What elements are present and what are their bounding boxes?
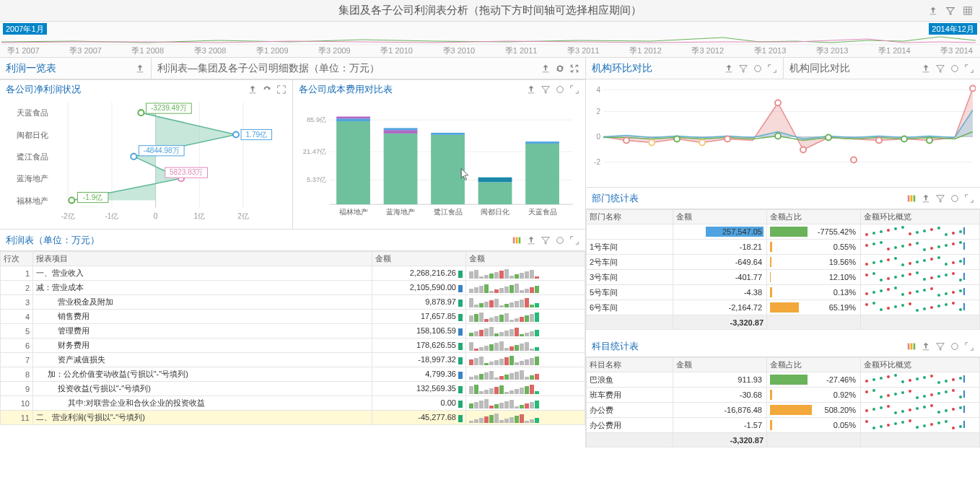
svg-point-131	[952, 261, 955, 264]
refresh-icon[interactable]	[262, 84, 272, 95]
table-row[interactable]: 5号车间-4.380.13%	[587, 285, 980, 300]
export-icon[interactable]	[921, 341, 931, 351]
table-row[interactable]: 2号车间-649.6419.56%	[587, 255, 980, 270]
refresh-icon[interactable]	[555, 84, 565, 95]
svg-point-154	[901, 293, 904, 296]
table-row[interactable]: 8加：公允价值变动收益(亏损以"-"号填列)4,799.36	[1, 367, 585, 382]
table-row[interactable]: 10其中:对联营企业和合伙企业的投资收益0.00	[1, 396, 585, 411]
timeline-slider[interactable]: 2007年1月 2014年12月 季1 2007季3 2007季1 2008季3…	[0, 22, 980, 58]
svg-point-95	[909, 232, 911, 235]
filter-icon[interactable]	[945, 6, 955, 16]
svg-rect-48	[478, 182, 512, 204]
export-icon[interactable]	[541, 64, 551, 74]
timeline-sparkline	[1, 35, 976, 45]
dept-table[interactable]: 部门名称 金额 金额占比 金额环比概览 257,547.05-7755.42%1…	[586, 209, 980, 330]
expand-icon[interactable]	[767, 64, 777, 74]
svg-point-127	[923, 259, 926, 262]
columns-icon[interactable]	[906, 341, 916, 351]
refresh-icon[interactable]	[950, 341, 960, 351]
svg-point-98	[930, 228, 933, 231]
expand-icon[interactable]	[276, 84, 286, 95]
svg-point-208	[937, 392, 940, 395]
table-row[interactable]: 257,547.05-7755.42%	[587, 224, 980, 240]
columns-icon[interactable]	[512, 235, 522, 245]
svg-text:1.79亿: 1.79亿	[245, 131, 267, 139]
refresh-icon[interactable]	[555, 235, 565, 245]
svg-text:福林地产: 福林地产	[17, 196, 48, 205]
profit-table[interactable]: 行次 报表项目 金额 金额 1一、营业收入2,268,216.26 2减：营业成…	[0, 251, 585, 425]
table-row[interactable]: 1号车间-18.210.55%	[587, 240, 980, 255]
expand-icon[interactable]	[569, 235, 579, 245]
net-profit-chart[interactable]: -3239.49万 1.79亿 -4844.98万 5823.83万 -1.9亿…	[0, 99, 292, 229]
grid-icon[interactable]	[963, 6, 973, 16]
export-icon[interactable]	[724, 64, 734, 74]
svg-point-195	[952, 378, 955, 381]
table-row[interactable]: 4销售费用17,657.85	[1, 310, 585, 324]
cost-chart[interactable]: 85.9亿 21.47亿 5.37亿 福林	[293, 99, 585, 229]
table-row[interactable]: 9投资收益(亏损以"-"号填列)132,569.35	[1, 382, 585, 396]
table-row[interactable]: 办公费-16,876.48508.20%	[587, 403, 980, 418]
timeline-end-handle[interactable]: 2014年12月	[929, 23, 977, 35]
svg-point-136	[880, 279, 883, 281]
svg-point-232	[894, 422, 897, 425]
svg-point-81	[699, 140, 705, 146]
svg-point-125	[909, 262, 911, 265]
svg-point-204	[909, 390, 911, 393]
table-row[interactable]: 6财务费用178,626.55	[1, 338, 585, 353]
svg-point-160	[945, 292, 948, 295]
filter-icon[interactable]	[541, 84, 551, 95]
svg-point-220	[916, 407, 919, 410]
table-row[interactable]: 6号车间-2,164.7265.19%	[587, 300, 980, 315]
columns-icon[interactable]	[906, 193, 916, 204]
refresh-icon[interactable]	[950, 64, 960, 74]
table-row[interactable]: 1一、营业收入2,268,216.26	[1, 266, 585, 281]
table-row[interactable]: 7资产减值损失-18,997.32	[1, 353, 585, 367]
table-row[interactable]: 5管理费用158,106.59	[1, 324, 585, 338]
svg-text:5.37亿: 5.37亿	[307, 176, 326, 183]
refresh-icon[interactable]	[950, 193, 960, 204]
filter-icon[interactable]	[935, 341, 945, 351]
filter-icon[interactable]	[935, 64, 945, 74]
svg-rect-133	[963, 258, 965, 265]
table-row[interactable]: 办公费用-1.570.05%	[587, 418, 980, 433]
svg-point-140	[909, 273, 911, 276]
expand-icon[interactable]	[569, 64, 579, 74]
subj-table[interactable]: 科目名称 金额 金额占比 金额环比概览 巴浪鱼911.93-27.46%班车费用…	[586, 357, 980, 447]
export-icon[interactable]	[526, 235, 536, 245]
net-profit-title: 各公司净利润状况	[6, 83, 81, 96]
table-row[interactable]: 11二、营业利润(亏损以"-"号填列)-45,277.68	[1, 411, 585, 425]
export-icon[interactable]	[921, 193, 931, 204]
export-icon[interactable]	[248, 84, 258, 95]
export-icon[interactable]	[928, 6, 938, 16]
svg-point-177	[959, 308, 962, 311]
timeline-start-handle[interactable]: 2007年1月	[3, 23, 47, 35]
refresh-icon[interactable]	[753, 64, 763, 74]
expand-icon[interactable]	[964, 341, 974, 351]
svg-point-155	[909, 292, 911, 294]
table-row[interactable]: 3营业税金及附加9,878.97	[1, 295, 585, 310]
table-row[interactable]: 班车费用-30.680.92%	[587, 388, 980, 403]
svg-rect-86	[911, 195, 913, 201]
export-icon[interactable]	[921, 64, 931, 74]
export-icon[interactable]	[135, 64, 145, 74]
svg-point-149	[865, 292, 868, 295]
ring-compare-chart[interactable]: 4 2 0 -2	[586, 79, 980, 188]
table-row[interactable]: 2减：营业成本2,105,590.00	[1, 281, 585, 295]
filter-icon[interactable]	[541, 235, 551, 245]
expand-icon[interactable]	[964, 64, 974, 74]
svg-point-191	[923, 376, 926, 379]
expand-icon[interactable]	[569, 84, 579, 95]
export-icon[interactable]	[526, 84, 536, 95]
filter-icon[interactable]	[935, 193, 945, 204]
refresh-icon[interactable]	[555, 64, 565, 74]
filter-icon[interactable]	[738, 64, 748, 74]
svg-point-144	[937, 275, 940, 278]
table-row[interactable]: 3号车间-401.7712.10%	[587, 270, 980, 285]
svg-text:天蓝食品: 天蓝食品	[528, 208, 557, 216]
svg-point-135	[872, 272, 875, 275]
svg-point-7	[138, 110, 144, 115]
svg-point-235	[916, 426, 919, 429]
table-row[interactable]: 巴浪鱼911.93-27.46%	[587, 372, 980, 388]
svg-point-114	[937, 245, 940, 248]
expand-icon[interactable]	[964, 193, 974, 204]
